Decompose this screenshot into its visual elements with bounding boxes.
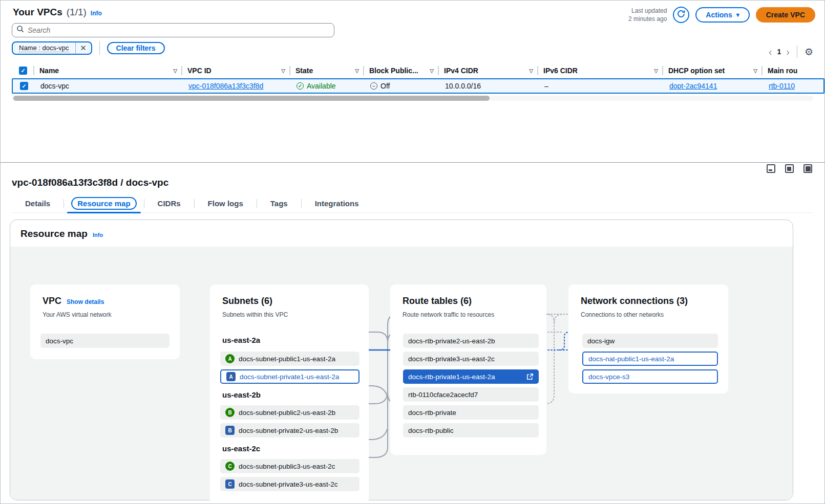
- pagination: ‹ 1 › ⚙: [769, 46, 813, 58]
- tab-flow-logs[interactable]: Flow logs: [195, 194, 257, 212]
- network-connections-column: Network connections (3) Connections to o…: [568, 284, 728, 393]
- tab-cidrs[interactable]: CIDRs: [144, 194, 194, 212]
- divider: [99, 41, 100, 55]
- vpc-console-screen: Your VPCs (1/1) Info Last updated 2 minu…: [0, 0, 825, 504]
- remove-filter-button[interactable]: ✕: [76, 42, 91, 54]
- subnet-badge: B: [225, 426, 235, 435]
- actions-button[interactable]: Actions ▾: [695, 7, 749, 23]
- az-header: us-east-2b: [222, 390, 261, 399]
- vpc-name: docs-vpc: [40, 82, 69, 90]
- column-filter-icon[interactable]: ▽: [529, 68, 533, 74]
- panel-half-icon[interactable]: [785, 164, 794, 173]
- divider: [797, 46, 797, 58]
- list-header: Your VPCs (1/1) Info Last updated 2 minu…: [13, 7, 815, 23]
- resource-map-title: Resource map: [20, 228, 88, 239]
- vpc-column-title: VPC: [43, 296, 61, 306]
- route-table-item[interactable]: rtb-0110cface2acecfd7: [403, 387, 539, 402]
- route-table-item[interactable]: docs-rtb-private3-us-east-2c: [403, 352, 539, 366]
- route-table-item[interactable]: docs-rtb-public: [403, 423, 539, 437]
- tab-details[interactable]: Details: [12, 194, 64, 212]
- subnets-column-title: Subnets (6): [222, 296, 272, 306]
- row-checkbox[interactable]: ✓: [20, 82, 28, 90]
- subnet-badge: B: [225, 408, 235, 417]
- close-icon: ✕: [80, 43, 87, 53]
- scrollbar-thumb[interactable]: [13, 96, 490, 101]
- network-connection-item-highlighted[interactable]: docs-nat-public1-us-east-2a: [582, 352, 718, 366]
- block-public-off-icon: –: [370, 82, 377, 90]
- route-tables-column: Route tables (6) Route network traffic t…: [390, 284, 546, 455]
- search-icon: [16, 25, 25, 35]
- tab-integrations[interactable]: Integrations: [302, 194, 372, 212]
- detail-tabs: Details Resource map CIDRs Flow logs Tag…: [12, 194, 813, 213]
- subnets-column: Subnets (6) Subnets within this VPC us-e…: [210, 284, 369, 504]
- horizontal-scrollbar[interactable]: [12, 96, 813, 101]
- table-header: ✓ Name▽ VPC ID▽ State▽ Block Public...▽ …: [12, 63, 824, 78]
- select-all-checkbox[interactable]: ✓: [19, 67, 27, 75]
- refresh-button[interactable]: [673, 7, 689, 23]
- clear-filters-button[interactable]: Clear filters: [107, 42, 165, 54]
- column-filter-icon[interactable]: ▽: [753, 68, 757, 74]
- resource-map-container: Resource map Info: [10, 220, 793, 500]
- chevron-left-icon[interactable]: ‹: [769, 47, 772, 57]
- vpc-detail-pane: vpc-018f086a13f3c3f8d / docs-vpc Details…: [1, 163, 824, 503]
- available-status-icon: ✓: [297, 82, 304, 90]
- gear-icon[interactable]: ⚙: [805, 46, 813, 57]
- column-filter-icon[interactable]: ▽: [281, 68, 285, 74]
- column-filter-icon[interactable]: ▽: [173, 68, 177, 74]
- vpc-item[interactable]: docs-vpc: [40, 334, 170, 348]
- result-count: (1/1): [67, 7, 87, 18]
- vpc-list-pane: Your VPCs (1/1) Info Last updated 2 minu…: [1, 1, 824, 162]
- vpc-column-subtitle: Your AWS virtual network: [43, 311, 112, 318]
- subnet-badge: A: [226, 372, 236, 381]
- network-connections-column-subtitle: Connections to other networks: [581, 311, 664, 318]
- create-vpc-button[interactable]: Create VPC: [756, 7, 815, 23]
- vpc-id-link[interactable]: vpc-018f086a13f3c3f8d: [188, 82, 263, 90]
- route-table-item-selected[interactable]: docs-rtb-private1-us-east-2a: [403, 369, 539, 384]
- subnet-item[interactable]: C docs-subnet-public3-us-east-2c: [220, 459, 359, 473]
- column-filter-icon[interactable]: ▽: [355, 68, 359, 74]
- show-details-link[interactable]: Show details: [67, 298, 104, 305]
- filter-chip-label: Name : docs-vpc: [19, 44, 69, 52]
- route-table-item[interactable]: docs-rtb-private2-us-east-2b: [403, 334, 539, 348]
- subnet-item[interactable]: B docs-subnet-private2-us-east-2b: [220, 423, 359, 437]
- az-header: us-east-2c: [222, 444, 260, 453]
- network-connection-item-highlighted[interactable]: docs-vpce-s3: [582, 369, 718, 384]
- table-row[interactable]: ✓ docs-vpc vpc-018f086a13f3c3f8d ✓ Avail…: [12, 78, 824, 94]
- subnet-item[interactable]: A docs-subnet-public1-us-east-2a: [220, 352, 359, 366]
- subnet-item[interactable]: C docs-subnet-private3-us-east-2c: [220, 477, 359, 491]
- ipv6-cidr-value: –: [544, 82, 548, 90]
- subnets-column-subtitle: Subnets within this VPC: [222, 311, 288, 318]
- page-title: Your VPCs: [13, 7, 62, 18]
- subnet-item-selected[interactable]: A docs-subnet-private1-us-east-2a: [220, 369, 359, 384]
- page-number[interactable]: 1: [777, 48, 781, 56]
- network-connections-column-title: Network connections (3): [581, 296, 688, 306]
- subnet-badge: C: [225, 479, 235, 489]
- column-filter-icon[interactable]: ▽: [430, 68, 434, 74]
- network-connection-item[interactable]: docs-igw: [582, 334, 718, 348]
- filter-chip[interactable]: Name : docs-vpc ✕: [12, 41, 92, 55]
- subnet-badge: C: [225, 462, 235, 471]
- vpc-column: VPC Show details Your AWS virtual networ…: [30, 284, 180, 359]
- search-input[interactable]: [28, 26, 330, 34]
- vpc-table: ✓ Name▽ VPC ID▽ State▽ Block Public...▽ …: [12, 63, 824, 94]
- route-tables-column-subtitle: Route network traffic to resources: [403, 311, 494, 318]
- route-table-item[interactable]: docs-rtb-private: [403, 405, 539, 420]
- main-route-table-link[interactable]: rtb-0110: [769, 82, 795, 90]
- tab-resource-map[interactable]: Resource map: [64, 194, 143, 212]
- info-link[interactable]: Info: [91, 10, 102, 17]
- column-filter-icon[interactable]: ▽: [654, 68, 658, 74]
- panel-minimize-icon[interactable]: [767, 164, 775, 173]
- dhcp-option-set-link[interactable]: dopt-2ac94141: [669, 82, 717, 90]
- panel-size-controls: [767, 164, 812, 173]
- detail-title: vpc-018f086a13f3c3f8d / docs-vpc: [12, 177, 168, 188]
- search-field[interactable]: [12, 23, 334, 37]
- refresh-icon: [677, 10, 685, 20]
- chevron-right-icon[interactable]: ›: [786, 47, 790, 57]
- subnet-item[interactable]: B docs-subnet-public2-us-east-2b: [220, 405, 359, 420]
- tab-tags[interactable]: Tags: [257, 194, 301, 212]
- panel-maximize-icon[interactable]: [803, 164, 812, 173]
- last-updated: Last updated 2 minutes ago: [628, 7, 667, 23]
- route-tables-column-title: Route tables (6): [403, 296, 472, 306]
- info-link[interactable]: Info: [93, 232, 103, 238]
- external-link-icon[interactable]: [526, 373, 534, 381]
